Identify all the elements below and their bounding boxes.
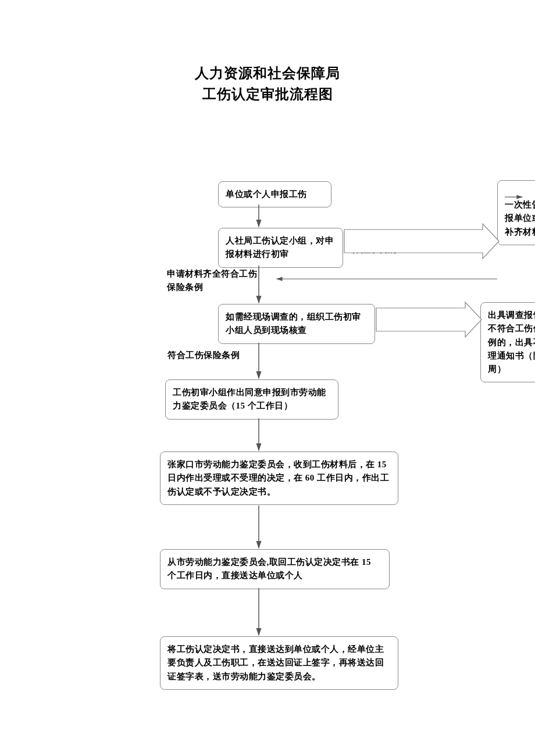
node-retrieve-deliver: 从市劳动能力鉴定委员会,取回工伤认定决定书在 15 个工作日内，直接送达单位或个… <box>160 549 390 589</box>
node-onsite-check-text: 如需经现场调查的，组织工伤初审小组人员到现场核查 <box>226 312 361 335</box>
node-agree-report: 工伤初审小组作出同意申报到市劳动能力鉴定委员会（15 个工作日） <box>165 379 338 420</box>
node-sign-return: 将工伤认定决定书，直接送达到单位或个人，经单位主要负责人及工伤职工，在送达回证上… <box>160 636 398 690</box>
node-supplement-materials: 一次性告知申报单位或个人补齐材料。 <box>497 180 535 245</box>
edge-conform-label: 符合工伤保险条例 <box>167 349 261 362</box>
node-reject-notice: 出具调查报告，对不符合工伤保险条例的，出具不予受理通知书（限时一周） <box>480 302 535 382</box>
title-line-1: 人力资源和社会保障局 <box>0 63 535 84</box>
document-title: 人力资源和社会保障局 工伤认定审批流程图 <box>0 0 535 105</box>
node-initial-review: 人社局工伤认定小组，对申报材料进行初审 <box>218 228 343 268</box>
node-retrieve-deliver-text: 从市劳动能力鉴定委员会,取回工伤认定决定书在 15 个工作日内，直接送达单位或个… <box>167 557 371 580</box>
node-sign-return-text: 将工伤认定决定书，直接送达到单位或个人，经单位主要负责人及工伤职工，在送达回证上… <box>167 644 384 681</box>
edge-incomplete-label: 申报材料不齐全或不符合工伤保险条例的 <box>352 230 474 256</box>
node-agree-report-text: 工伤初审小组作出同意申报到市劳动能力鉴定委员会（15 个工作日） <box>173 388 326 410</box>
node-reject-notice-text: 出具调查报告，对不符合工伤保险条例的，出具不予受理通知书（限时一周） <box>488 310 535 374</box>
node-initial-review-text: 人社局工伤认定小组，对申报材料进行初审 <box>226 236 334 259</box>
node-onsite-check: 如需经现场调查的，组织工伤初审小组人员到现场核查 <box>218 304 375 344</box>
node-apply: 单位或个人申报工伤 <box>218 181 331 207</box>
node-committee-decision-text: 张家口市劳动能力鉴定委员会，收到工伤材料后，在 15 日内作出受理或不受理的决定… <box>167 460 389 496</box>
node-supplement-materials-text: 一次性告知申报单位或个人补齐材料。 <box>505 200 535 237</box>
edge-notconform-label: 不符合工伤保险条例 <box>385 314 484 327</box>
node-committee-decision: 张家口市劳动能力鉴定委员会，收到工伤材料后，在 15 日内作出受理或不受理的决定… <box>160 452 398 505</box>
title-line-2: 工伤认定审批流程图 <box>0 84 535 105</box>
edge-complete-label: 申请材料齐全符合工伤保险条例 <box>167 267 260 293</box>
node-apply-text: 单位或个人申报工伤 <box>226 189 307 199</box>
